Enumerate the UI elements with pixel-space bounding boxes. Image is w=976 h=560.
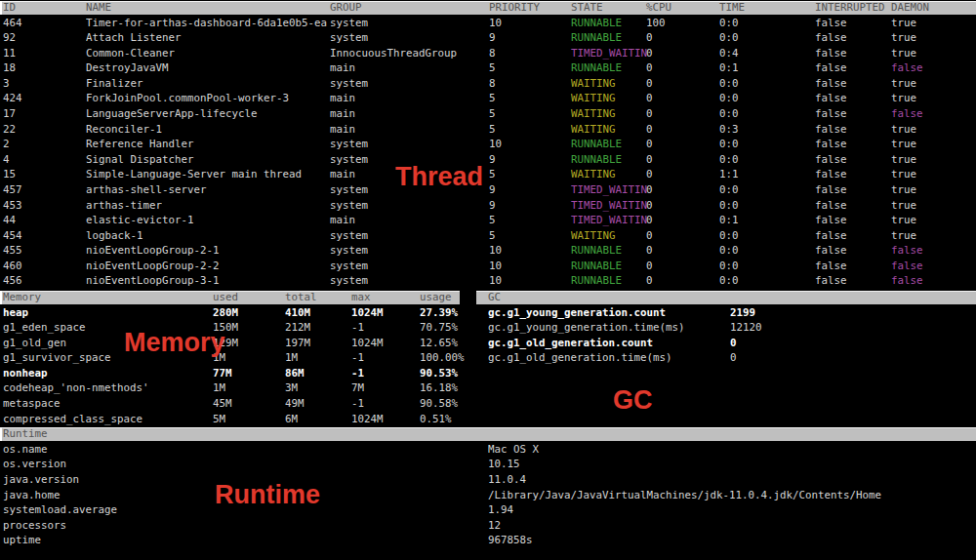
- thread-row: 15 Simple-Language-Server main thread ma…: [0, 167, 976, 182]
- thread-name-cell: Reference Handler: [86, 137, 194, 152]
- thread-interrupted-cell: false: [815, 106, 847, 122]
- runtime-value-cell: Mac OS X: [488, 442, 539, 458]
- thread-state-cell: WAITING: [571, 122, 616, 138]
- col-header-usage: usage: [420, 292, 452, 303]
- thread-id-cell: 22: [3, 122, 16, 138]
- runtime-key-cell: java.version: [3, 472, 79, 488]
- thread-state-cell: RUNNABLE: [571, 243, 622, 259]
- thread-cpu-cell: 0: [646, 60, 653, 76]
- col-header-state: STATE: [571, 2, 603, 14]
- col-header-total: total: [285, 292, 317, 303]
- thread-name-cell: Common-Cleaner: [86, 46, 175, 61]
- thread-name-cell: nioEventLoopGroup-2-1: [86, 243, 220, 259]
- memory-name-cell: g1_eden_space: [3, 320, 86, 336]
- thread-group-cell: main: [330, 91, 355, 106]
- memory-row: metaspace 45M 49M -1 90.58%: [0, 396, 976, 412]
- gc-key-cell: gc.g1_young_generation.time(ms): [488, 320, 685, 336]
- runtime-value-cell: 11.0.4: [488, 472, 526, 488]
- thread-daemon-cell: true: [891, 137, 916, 152]
- thread-interrupted-cell: false: [815, 46, 847, 61]
- thread-name-cell: logback-1: [86, 228, 143, 244]
- thread-name-cell: Finalizer: [86, 76, 143, 92]
- memory-used-cell: 45M: [213, 396, 232, 412]
- thread-priority-cell: 5: [489, 91, 496, 106]
- runtime-value-cell: 12: [488, 518, 501, 534]
- thread-priority-cell: 5: [489, 213, 496, 228]
- thread-daemon-cell: true: [891, 91, 916, 106]
- memory-usage-cell: 90.53%: [420, 366, 458, 381]
- thread-group-cell: system: [330, 152, 368, 168]
- thread-interrupted-cell: false: [815, 198, 847, 214]
- thread-interrupted-cell: false: [815, 228, 847, 244]
- thread-state-cell: TIMED_WAITIN: [571, 182, 647, 198]
- thread-name-cell: Reconciler-1: [86, 122, 162, 138]
- memory-name-cell: nonheap: [3, 366, 48, 381]
- thread-id-cell: 453: [3, 198, 22, 214]
- thread-group-cell: system: [330, 228, 368, 244]
- thread-time-cell: 0:0: [719, 30, 739, 46]
- memory-usage-cell: 0.51%: [420, 412, 452, 427]
- runtime-value-cell: 1.94: [488, 502, 513, 518]
- thread-interrupted-cell: false: [815, 243, 847, 259]
- col-header-id: ID: [3, 2, 16, 14]
- memory-total-cell: 1M: [285, 350, 298, 366]
- thread-state-cell: WAITING: [571, 106, 616, 122]
- thread-priority-cell: 9: [489, 152, 496, 168]
- runtime-row: java.version 11.0.4: [0, 472, 976, 488]
- memory-row: nonheap 77M 86M -1 90.53%: [0, 366, 976, 381]
- runtime-row: processors 12: [0, 518, 976, 534]
- annotation-gc: GC: [613, 385, 653, 416]
- thread-row: 4 Signal Dispatcher system 9 RUNNABLE 0 …: [0, 152, 976, 168]
- arthas-dashboard-terminal[interactable]: ID NAME GROUP PRIORITY STATE %CPU TIME I…: [0, 0, 976, 560]
- memory-name-cell: heap: [3, 305, 28, 321]
- thread-state-cell: TIMED_WAITIN: [571, 213, 647, 228]
- gc-value-cell: 2199: [730, 305, 755, 321]
- thread-state-cell: WAITING: [571, 76, 616, 92]
- thread-id-cell: 17: [3, 106, 16, 122]
- thread-priority-cell: 9: [489, 182, 496, 198]
- thread-cpu-cell: 0: [646, 152, 653, 168]
- thread-id-cell: 457: [3, 182, 22, 198]
- memory-max-cell: 1024M: [351, 305, 384, 321]
- thread-cpu-cell: 0: [646, 106, 653, 122]
- col-header-gc: GC: [488, 292, 501, 303]
- thread-id-cell: 424: [3, 91, 22, 106]
- memory-table-header: Memory used total max usage: [0, 291, 460, 304]
- thread-priority-cell: 5: [489, 60, 496, 76]
- runtime-rows: os.name Mac OS X os.version 10.15 java.v…: [0, 442, 976, 548]
- runtime-value-cell: 10.15: [488, 457, 520, 472]
- runtime-key-cell: os.name: [3, 442, 48, 458]
- thread-state-cell: TIMED_WAITIN: [571, 198, 647, 214]
- col-header-group: GROUP: [330, 2, 362, 14]
- memory-usage-cell: 12.65%: [420, 336, 458, 351]
- thread-id-cell: 464: [3, 16, 22, 31]
- thread-id-cell: 455: [3, 243, 22, 259]
- thread-priority-cell: 9: [489, 198, 496, 214]
- gc-rows: gc.g1_young_generation.count 2199 gc.g1_…: [476, 305, 976, 366]
- thread-row: 455 nioEventLoopGroup-2-1 system 10 RUNN…: [0, 243, 976, 259]
- thread-table-header: ID NAME GROUP PRIORITY STATE %CPU TIME I…: [0, 1, 976, 15]
- thread-time-cell: 0:0: [719, 198, 739, 214]
- memory-max-cell: -1: [351, 366, 364, 381]
- col-header-used: used: [213, 292, 238, 303]
- col-header-cpu: %CPU: [646, 2, 671, 14]
- thread-name-cell: arthas-shell-server: [86, 182, 207, 198]
- thread-row: 3 Finalizer system 8 WAITING 0 0:0 false…: [0, 76, 976, 92]
- thread-time-cell: 0:0: [719, 76, 739, 92]
- thread-group-cell: main: [330, 122, 355, 138]
- memory-used-cell: 1M: [213, 380, 225, 396]
- runtime-row: java.home /Library/Java/JavaVirtualMachi…: [0, 488, 976, 503]
- thread-row: 92 Attach Listener system 9 RUNNABLE 0 0…: [0, 30, 976, 46]
- thread-interrupted-cell: false: [815, 122, 847, 138]
- thread-cpu-cell: 0: [646, 228, 653, 244]
- thread-time-cell: 0:0: [719, 243, 739, 259]
- thread-state-cell: WAITING: [571, 228, 616, 244]
- col-header-max: max: [351, 292, 371, 303]
- thread-time-cell: 0:3: [719, 122, 739, 138]
- thread-group-cell: system: [330, 259, 368, 274]
- thread-row: 22 Reconciler-1 main 5 WAITING 0 0:3 fal…: [0, 122, 976, 138]
- thread-row: 17 LanguageServerApp-lifecycle main 5 WA…: [0, 106, 976, 122]
- thread-priority-cell: 8: [489, 46, 496, 61]
- runtime-key-cell: os.version: [3, 457, 66, 472]
- thread-cpu-cell: 0: [646, 273, 653, 289]
